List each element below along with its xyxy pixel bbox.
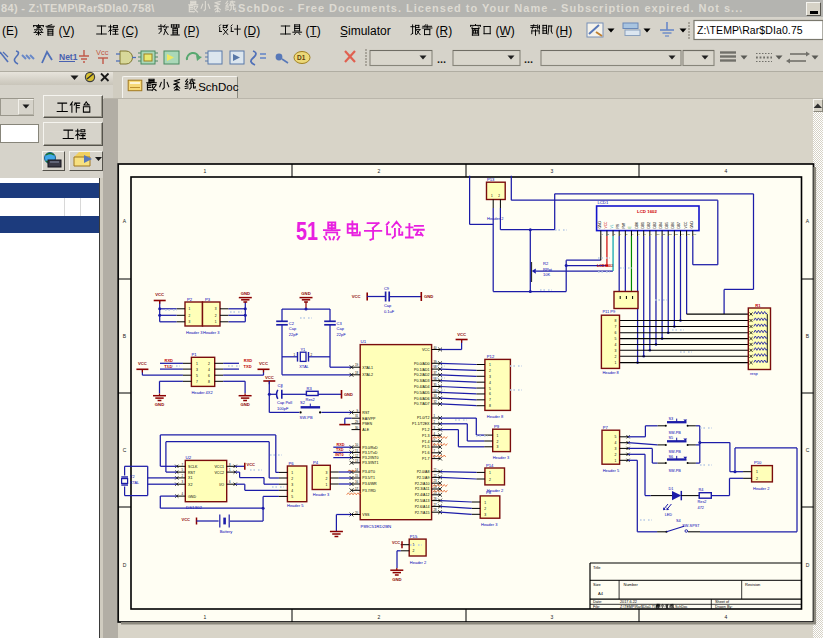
svg-text:Cap: Cap [289, 326, 297, 331]
svg-text:Cap: Cap [337, 326, 345, 331]
svg-text:C9: C9 [384, 286, 390, 291]
svg-text:2: 2 [215, 314, 217, 318]
svg-text:P1.0/T2: P1.0/T2 [417, 416, 430, 420]
svg-text:P3.1/TxD: P3.1/TxD [362, 451, 377, 455]
svg-text:Y1: Y1 [300, 347, 306, 352]
svg-text:LCD 1602: LCD 1602 [637, 209, 658, 214]
svg-text:3: 3 [196, 368, 198, 372]
svg-text:LCD1: LCD1 [598, 200, 609, 205]
svg-text:Header 2: Header 2 [487, 216, 504, 221]
svg-text:P0.3/AD3: P0.3/AD3 [414, 379, 429, 383]
svg-text:8: 8 [615, 319, 617, 323]
svg-text:2: 2 [489, 478, 491, 482]
svg-text:R3: R3 [307, 386, 313, 391]
svg-text:P6: P6 [289, 461, 295, 466]
svg-text:11: 11 [355, 449, 358, 453]
svg-text:INT0: INT0 [335, 453, 343, 457]
svg-text:Z:\TEMP\Rar$DIa0.758\: Z:\TEMP\Rar$DIa0.758\ [620, 605, 659, 609]
svg-text:1: 1 [615, 459, 617, 463]
svg-text:RST: RST [188, 471, 196, 475]
svg-text:VCC: VCC [138, 361, 147, 366]
svg-text:(P): (P) [184, 24, 200, 38]
svg-text:37: 37 [434, 371, 438, 375]
svg-text:GND: GND [690, 221, 694, 229]
svg-text:P0.6/AD6: P0.6/AD6 [414, 397, 429, 401]
svg-text:XTAL1: XTAL1 [362, 366, 373, 370]
svg-text:2: 2 [378, 168, 381, 174]
svg-text:S6: S6 [669, 455, 674, 459]
svg-text:2: 2 [497, 440, 499, 444]
svg-text:12: 12 [355, 454, 359, 458]
svg-text:S4: S4 [676, 519, 681, 523]
svg-text:ALE: ALE [362, 428, 369, 432]
svg-text:C2: C2 [289, 321, 295, 326]
svg-text:RW: RW [622, 222, 626, 228]
svg-text:P15: P15 [410, 534, 418, 539]
svg-text:RXD: RXD [165, 358, 174, 363]
svg-text:.SchDoc - Free Documents. Lice: .SchDoc - Free Documents. Licensed to Yo… [234, 2, 743, 14]
svg-text:2: 2 [412, 549, 414, 553]
svg-text:SCLK: SCLK [188, 465, 198, 469]
svg-text:(E): (E) [2, 24, 18, 38]
svg-text:P1: P1 [191, 352, 197, 357]
svg-text:RPot: RPot [543, 267, 553, 272]
svg-text:P2.0/A8: P2.0/A8 [417, 470, 430, 474]
svg-text:5: 5 [615, 337, 617, 341]
svg-text:4: 4 [615, 441, 617, 445]
svg-text:2: 2 [189, 314, 191, 318]
svg-text:Res2: Res2 [698, 500, 707, 504]
svg-text:17: 17 [355, 487, 359, 491]
svg-text:Number: Number [624, 582, 639, 587]
svg-text:RS: RS [616, 223, 620, 228]
svg-text:RXD: RXD [244, 358, 253, 363]
svg-text:X2: X2 [188, 483, 192, 487]
svg-text:P3.5/T1: P3.5/T1 [362, 476, 375, 480]
svg-text:39: 39 [434, 360, 438, 364]
svg-text:P1.3: P1.3 [422, 434, 429, 438]
svg-text:32: 32 [434, 400, 438, 404]
svg-text:18: 18 [355, 371, 359, 375]
svg-text:Header 8: Header 8 [602, 370, 619, 375]
svg-text:1: 1 [326, 483, 328, 487]
svg-text:P2.3/A11: P2.3/A11 [415, 487, 430, 491]
svg-text:3: 3 [497, 445, 499, 449]
svg-text:P3.4/T0: P3.4/T0 [362, 470, 375, 474]
svg-text:Cap: Cap [384, 303, 392, 308]
svg-text:4: 4 [208, 368, 210, 372]
svg-text:3: 3 [615, 447, 617, 451]
svg-text:P3.0/RxD: P3.0/RxD [362, 446, 378, 450]
svg-text:5: 5 [615, 435, 617, 439]
svg-text:P2.1/A9: P2.1/A9 [417, 476, 430, 480]
svg-text:P3.2/INT0: P3.2/INT0 [362, 456, 378, 460]
svg-text:(T): (T) [306, 24, 321, 38]
svg-text:2: 2 [326, 477, 328, 481]
svg-text:6: 6 [489, 392, 491, 396]
svg-text:51: 51 [296, 216, 318, 246]
svg-text:3: 3 [484, 513, 486, 517]
svg-text:4: 4 [725, 168, 728, 174]
svg-text:.SchDoc: .SchDoc [674, 605, 688, 609]
svg-text:DB5: DB5 [665, 222, 669, 229]
svg-text:1: 1 [204, 168, 207, 174]
svg-text:13: 13 [355, 459, 359, 463]
svg-text:P0.7/AD7: P0.7/AD7 [414, 402, 429, 406]
svg-text:SW-PB: SW-PB [669, 431, 682, 435]
svg-text:3: 3 [215, 307, 217, 311]
svg-text:7: 7 [615, 325, 617, 329]
svg-text:1: 1 [489, 363, 491, 367]
svg-text:2: 2 [615, 453, 617, 457]
svg-text:Header 3: Header 3 [493, 455, 510, 460]
svg-text:3: 3 [615, 349, 617, 353]
svg-text:D1: D1 [297, 54, 306, 61]
svg-text:DB3: DB3 [653, 222, 657, 229]
svg-text:4: 4 [615, 343, 617, 347]
svg-text:P89C51RD2BN: P89C51RD2BN [361, 524, 392, 529]
svg-text:Net1: Net1 [59, 52, 78, 62]
svg-text:GND: GND [241, 291, 250, 296]
svg-text:P9: P9 [494, 424, 500, 429]
svg-text:GND: GND [598, 221, 602, 229]
svg-text:40: 40 [434, 346, 438, 350]
svg-text:Sheet of: Sheet of [715, 600, 730, 604]
svg-text:2: 2 [208, 362, 210, 366]
svg-text:(D): (D) [244, 24, 261, 38]
